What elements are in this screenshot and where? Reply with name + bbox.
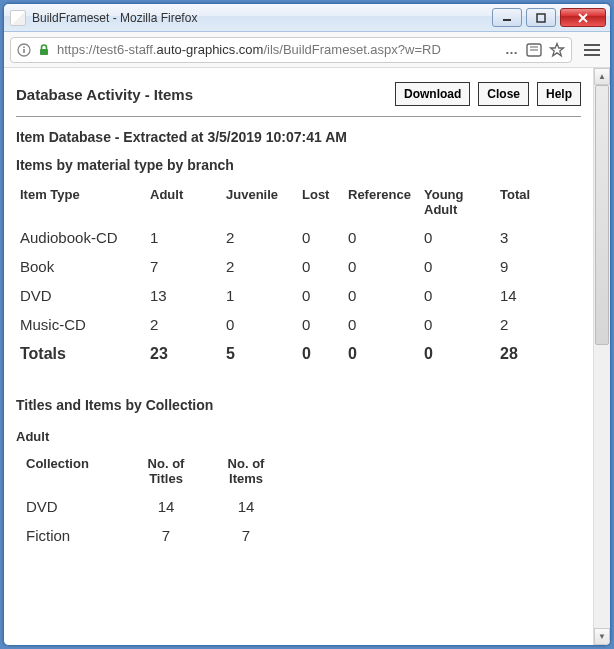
svg-rect-5: [23, 49, 25, 53]
cell-value: 0: [344, 252, 420, 281]
items-table: Item Type Adult Juvenile Lost Reference …: [16, 181, 581, 369]
cell-value: 2: [146, 310, 222, 339]
col-item-type: Item Type: [16, 181, 146, 223]
cell-value: 0: [344, 310, 420, 339]
scroll-thumb[interactable]: [595, 85, 609, 345]
maximize-button[interactable]: [526, 8, 556, 27]
section1-heading: Items by material type by branch: [16, 157, 581, 173]
vertical-scrollbar[interactable]: ▲ ▼: [593, 68, 610, 645]
totals-value: 0: [420, 339, 496, 369]
table-row: DVD13100014: [16, 281, 581, 310]
close-button[interactable]: Close: [478, 82, 529, 106]
address-bar[interactable]: https://test6-staff.auto-graphics.com/il…: [10, 37, 572, 63]
table-row: Music-CD200002: [16, 310, 581, 339]
col-young-adult: Young Adult: [420, 181, 496, 223]
col-no-titles: No. of Titles: [126, 450, 206, 492]
cell-value: 2: [222, 252, 298, 281]
col-total: Total: [496, 181, 581, 223]
star-icon[interactable]: [549, 42, 565, 58]
col-lost: Lost: [298, 181, 344, 223]
table-row: Book720009: [16, 252, 581, 281]
url-text: https://test6-staff.auto-graphics.com/il…: [57, 42, 499, 57]
cell-value: 13: [146, 281, 222, 310]
cell-items: 14: [206, 492, 286, 521]
totals-value: 5: [222, 339, 298, 369]
hamburger-icon: [584, 44, 600, 46]
svg-rect-7: [40, 49, 48, 55]
cell-type: Book: [16, 252, 146, 281]
cell-value: 0: [420, 281, 496, 310]
cell-value: 9: [496, 252, 581, 281]
extract-heading: Item Database - Extracted at 3/5/2019 10…: [16, 129, 581, 145]
cell-collection: DVD: [16, 492, 126, 521]
info-icon[interactable]: [17, 43, 31, 57]
cell-titles: 7: [126, 521, 206, 550]
cell-type: Music-CD: [16, 310, 146, 339]
reader-icon[interactable]: [525, 42, 543, 58]
cell-type: Audiobook-CD: [16, 223, 146, 252]
col-reference: Reference: [344, 181, 420, 223]
cell-value: 1: [146, 223, 222, 252]
totals-value: 0: [344, 339, 420, 369]
cell-value: 7: [146, 252, 222, 281]
totals-value: 28: [496, 339, 581, 369]
cell-collection: Fiction: [16, 521, 126, 550]
cell-type: DVD: [16, 281, 146, 310]
scroll-down-button[interactable]: ▼: [594, 628, 610, 645]
cell-value: 0: [344, 223, 420, 252]
svg-rect-1: [537, 14, 545, 22]
table-row: DVD1414: [16, 492, 286, 521]
cell-value: 0: [420, 223, 496, 252]
cell-value: 14: [496, 281, 581, 310]
cell-value: 1: [222, 281, 298, 310]
collection-table: Collection No. of Titles No. of Items DV…: [16, 450, 286, 550]
cell-value: 2: [496, 310, 581, 339]
help-button[interactable]: Help: [537, 82, 581, 106]
table-row: Fiction77: [16, 521, 286, 550]
totals-value: 0: [298, 339, 344, 369]
cell-value: 0: [298, 281, 344, 310]
cell-value: 3: [496, 223, 581, 252]
totals-row: Totals23500028: [16, 339, 581, 369]
minimize-button[interactable]: [492, 8, 522, 27]
section2-heading: Titles and Items by Collection: [16, 397, 581, 413]
lock-icon: [37, 43, 51, 57]
window-titlebar: BuildFrameset - Mozilla Firefox: [4, 4, 610, 32]
col-collection: Collection: [16, 450, 126, 492]
favicon: [10, 10, 26, 26]
svg-rect-6: [23, 46, 25, 48]
cell-value: 0: [298, 310, 344, 339]
col-no-items: No. of Items: [206, 450, 286, 492]
download-button[interactable]: Download: [395, 82, 470, 106]
section2-sub: Adult: [16, 429, 581, 444]
cell-value: 0: [298, 223, 344, 252]
menu-button[interactable]: [580, 38, 604, 62]
close-icon: [577, 12, 589, 24]
page-content: Database Activity - Items Download Close…: [4, 68, 593, 645]
window-title: BuildFrameset - Mozilla Firefox: [32, 11, 492, 25]
close-window-button[interactable]: [560, 8, 606, 27]
cell-value: 2: [222, 223, 298, 252]
col-juvenile: Juvenile: [222, 181, 298, 223]
more-icon[interactable]: …: [505, 42, 519, 57]
cell-items: 7: [206, 521, 286, 550]
maximize-icon: [536, 13, 546, 23]
totals-value: 23: [146, 339, 222, 369]
minimize-icon: [502, 13, 512, 23]
scroll-up-button[interactable]: ▲: [594, 68, 610, 85]
cell-value: 0: [222, 310, 298, 339]
table-row: Audiobook-CD120003: [16, 223, 581, 252]
cell-value: 0: [420, 310, 496, 339]
cell-value: 0: [344, 281, 420, 310]
cell-value: 0: [298, 252, 344, 281]
col-adult: Adult: [146, 181, 222, 223]
cell-titles: 14: [126, 492, 206, 521]
address-bar-row: https://test6-staff.auto-graphics.com/il…: [4, 32, 610, 68]
cell-value: 0: [420, 252, 496, 281]
page-title: Database Activity - Items: [16, 86, 387, 103]
totals-label: Totals: [16, 339, 146, 369]
